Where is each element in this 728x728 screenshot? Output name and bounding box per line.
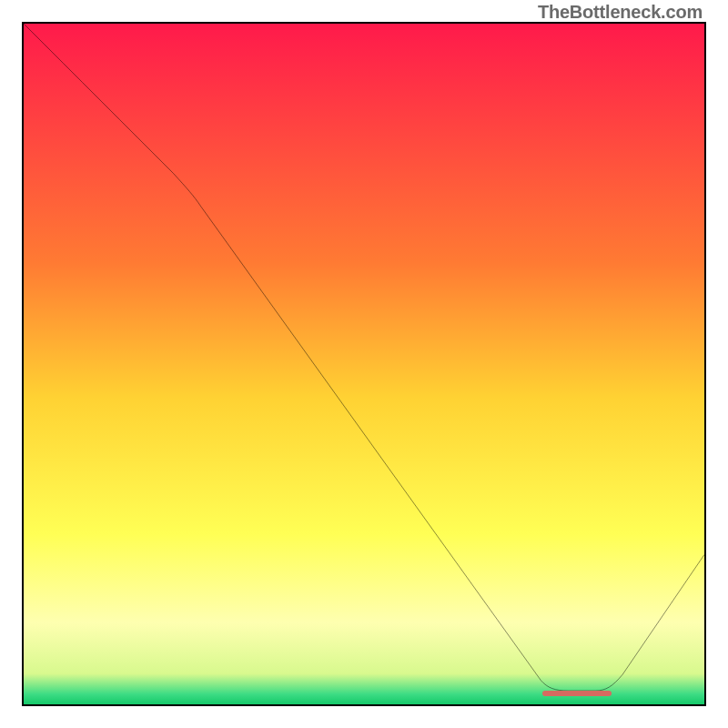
- chart-stage: TheBottleneck.com: [0, 0, 728, 728]
- watermark-text: TheBottleneck.com: [538, 2, 703, 23]
- plot-area: [22, 22, 706, 706]
- valley-marker: [542, 691, 612, 696]
- chart-line-layer: [24, 24, 704, 704]
- series-curve: [24, 24, 704, 691]
